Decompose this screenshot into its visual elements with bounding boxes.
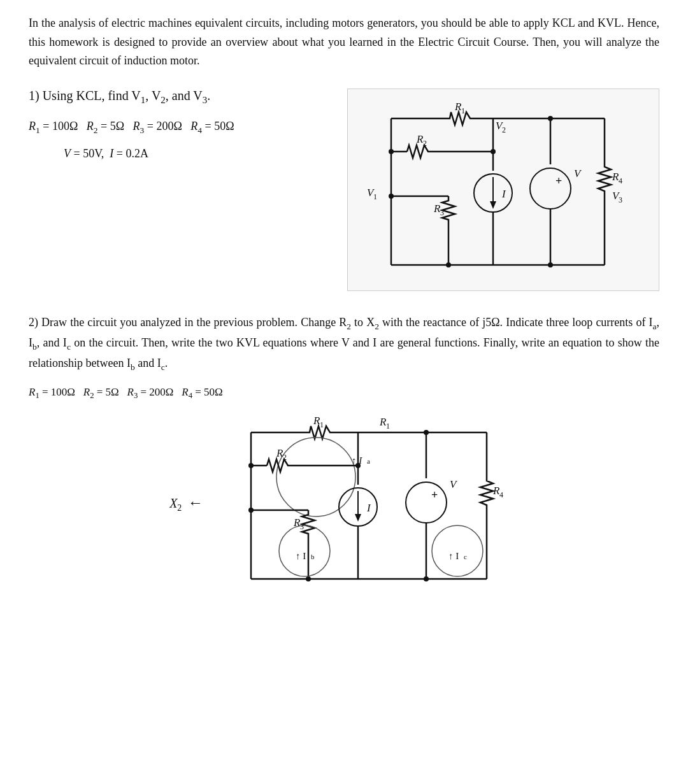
problem1-text: 1) Using KCL, find V1, V2, and V3. R1 = …: [29, 89, 347, 164]
svg-text:2: 2: [283, 453, 287, 462]
circuit2-svg-container: ↑ I a: [213, 408, 519, 599]
svg-point-70: [548, 262, 553, 267]
svg-point-93: [276, 438, 355, 517]
svg-text:2: 2: [502, 125, 506, 134]
svg-text:+: +: [555, 175, 562, 187]
svg-text:1: 1: [386, 422, 390, 431]
svg-text:3: 3: [619, 196, 622, 204]
problem2-text: 2) Draw the circuit you analyzed in the …: [29, 313, 659, 374]
problem1-section: 1) Using KCL, find V1, V2, and V3. R1 = …: [29, 89, 659, 291]
circuit1-svg: + R 1 V 1 R 2 V 2 R 3: [353, 94, 633, 282]
intro-paragraph: In the analysis of electric machines equ…: [29, 14, 659, 71]
svg-text:1: 1: [461, 106, 465, 115]
x2-label-area: X2 ←: [169, 408, 203, 599]
svg-text:1: 1: [320, 420, 324, 429]
svg-point-114: [424, 576, 429, 581]
circuit2-container: X2 ←: [29, 408, 659, 599]
svg-text:1: 1: [373, 192, 377, 201]
x2-label: X: [169, 496, 177, 510]
svg-text:b: b: [311, 553, 315, 560]
svg-text:3: 3: [440, 208, 444, 217]
problem1-values: V = 50V, I = 0.2A: [29, 143, 338, 164]
svg-text:↑ I: ↑ I: [352, 455, 362, 466]
svg-text:2: 2: [423, 139, 427, 148]
svg-text:a: a: [367, 457, 370, 465]
svg-point-108: [306, 576, 311, 581]
svg-text:3: 3: [300, 522, 304, 531]
svg-text:+: +: [431, 488, 438, 501]
svg-text:c: c: [464, 553, 467, 560]
circuit1-container: + R 1 V 1 R 2 V 2 R 3: [347, 89, 659, 291]
svg-point-64: [446, 262, 451, 267]
svg-text:4: 4: [619, 176, 622, 185]
problem1-title: 1) Using KCL, find V1, V2, and V3.: [29, 89, 338, 106]
x2-arrow: ←: [188, 494, 203, 511]
svg-point-111: [406, 482, 447, 523]
svg-marker-104: [355, 514, 361, 522]
svg-text:I: I: [366, 502, 371, 514]
circuit2-svg: ↑ I a: [213, 408, 519, 596]
svg-text:V: V: [450, 478, 458, 490]
svg-text:↑ I: ↑ I: [448, 551, 459, 561]
problem2-section: 2) Draw the circuit you analyzed in the …: [29, 313, 659, 599]
svg-text:↑ I: ↑ I: [296, 551, 306, 561]
svg-text:4: 4: [499, 490, 503, 499]
problem1-given: R1 = 100Ω R2 = 5Ω R3 = 200Ω R4 = 50Ω: [29, 116, 338, 138]
problem2-given: R1 = 100Ω R2 = 5Ω R3 = 200Ω R4 = 50Ω: [29, 386, 659, 401]
